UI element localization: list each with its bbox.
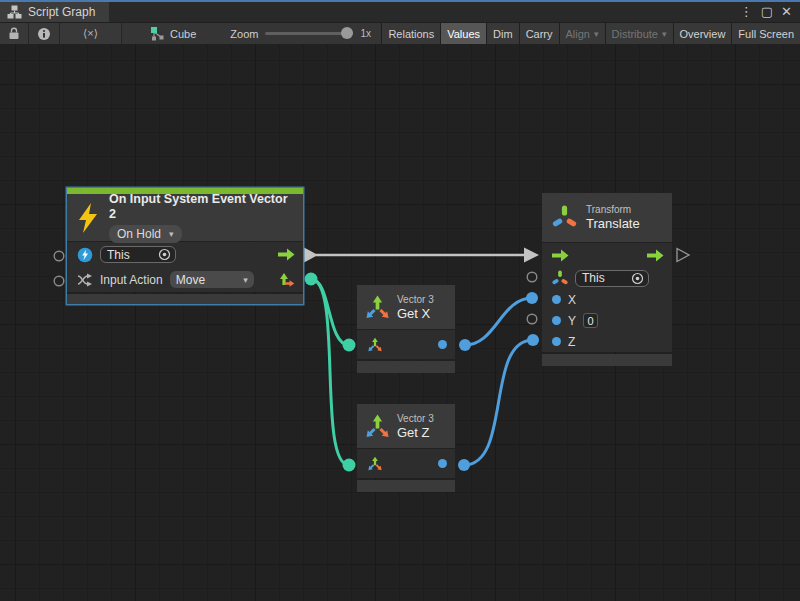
node-get-x[interactable]: Vector 3 Get X	[357, 285, 455, 373]
node-on-input-system-event[interactable]: On Input System Event Vector 2 On Hold ▾	[67, 188, 303, 304]
wire-vector2-to-get-z[interactable]	[311, 279, 349, 465]
input-action-icon	[77, 273, 93, 287]
get-z-output-port[interactable]	[438, 459, 447, 468]
y-value-field[interactable]: 0	[583, 313, 598, 328]
relations-button[interactable]: Relations	[381, 23, 440, 44]
zoom-control: Zoom 1x	[204, 23, 371, 44]
zoom-slider[interactable]	[265, 32, 353, 35]
zoom-slider-handle[interactable]	[341, 27, 353, 39]
graph-canvas[interactable]: On Input System Event Vector 2 On Hold ▾	[0, 44, 800, 601]
overview-button[interactable]: Overview	[673, 23, 732, 44]
chevron-down-icon: ▾	[169, 229, 174, 239]
get-z-body	[357, 449, 455, 478]
flow-arrow-out-icon[interactable]	[647, 249, 664, 262]
get-x-input-port[interactable]	[343, 339, 356, 352]
translate-this-field[interactable]: This	[575, 270, 649, 287]
vector2-icon	[279, 272, 295, 288]
wire-get-z-to-translate-z[interactable]	[464, 340, 533, 465]
translate-x-input-port[interactable]	[526, 292, 538, 304]
translate-footer	[542, 354, 672, 366]
hierarchy-icon	[7, 5, 22, 19]
inspect-button[interactable]	[29, 23, 60, 44]
chevron-down-icon: ▾	[243, 275, 248, 285]
event-node-body: This	[67, 242, 303, 292]
zoom-value: 1x	[360, 28, 371, 39]
get-x-output-wire-cap[interactable]	[459, 339, 471, 351]
input-action-dropdown[interactable]: Move ▾	[170, 271, 254, 288]
flow-arrow-in-icon[interactable]	[552, 249, 569, 262]
translate-header[interactable]: Transform Translate	[542, 193, 672, 242]
full-screen-button[interactable]: Full Screen	[731, 23, 800, 44]
translate-body: This X Y 0	[542, 243, 672, 352]
get-x-output-port[interactable]	[438, 340, 447, 349]
tab-bar: Script Graph ⋮ ▢ ✕	[0, 0, 800, 22]
chevron-down-icon: ▾	[594, 29, 599, 39]
transform-mini-icon	[552, 270, 568, 287]
translate-y-row: Y 0	[542, 310, 672, 331]
wire-get-x-to-translate-x[interactable]	[465, 298, 532, 345]
vector3-mini-icon	[367, 337, 383, 353]
get-x-title: Get X	[397, 306, 434, 322]
event-this-field[interactable]: This	[100, 246, 176, 263]
wire-vector2-to-get-x[interactable]	[311, 279, 349, 345]
code-preview-button[interactable]: ⟨×⟩	[60, 23, 122, 44]
node-translate[interactable]: Transform Translate	[542, 193, 672, 366]
event-vector2-output-port[interactable]	[305, 273, 318, 286]
y-label: Y	[568, 314, 576, 328]
translate-trigger-output-port[interactable]	[677, 249, 689, 262]
code-icon: ⟨×⟩	[83, 27, 98, 40]
chevron-down-icon: ▾	[662, 29, 667, 39]
translate-this-row: This	[542, 267, 672, 289]
lock-button[interactable]	[0, 23, 29, 44]
translate-this-input-port[interactable]	[527, 272, 537, 282]
get-z-output-wire-cap[interactable]	[458, 459, 470, 471]
graph-target[interactable]: Cube	[122, 23, 204, 44]
get-z-title: Get Z	[397, 425, 434, 441]
zoom-label: Zoom	[230, 28, 258, 40]
flow-arrow-icon[interactable]	[278, 248, 295, 261]
event-this-input-port[interactable]	[54, 251, 64, 261]
event-node-header[interactable]: On Input System Event Vector 2 On Hold ▾	[67, 194, 303, 241]
lock-icon	[8, 27, 20, 40]
node-get-z[interactable]: Vector 3 Get Z	[357, 404, 455, 492]
get-z-footer	[357, 480, 455, 492]
window-close-icon[interactable]: ✕	[781, 3, 792, 21]
graph-toolbar: ⟨×⟩ Cube Zoom 1x Relations Values D	[0, 22, 800, 44]
object-picker-icon[interactable]	[158, 248, 171, 261]
event-this-row: This	[67, 242, 303, 267]
transform-icon	[551, 204, 578, 232]
translate-category: Transform	[586, 203, 640, 216]
tab-title: Script Graph	[28, 5, 95, 19]
event-input-action-row: Input Action Move ▾	[67, 267, 303, 292]
x-label: X	[568, 293, 576, 307]
z-port-dot[interactable]	[552, 337, 561, 346]
x-port-dot[interactable]	[552, 295, 561, 304]
tab-script-graph[interactable]: Script Graph	[0, 2, 109, 22]
flow-machine-icon	[77, 247, 93, 263]
event-input-action-port[interactable]	[54, 276, 64, 286]
unity-script-graph-window: Script Graph ⋮ ▢ ✕	[0, 0, 800, 601]
event-node-title: On Input System Event Vector 2	[109, 192, 295, 222]
event-node-footer	[67, 294, 303, 304]
get-z-header[interactable]: Vector 3 Get Z	[357, 404, 455, 448]
window-maximize-icon[interactable]: ▢	[761, 3, 773, 21]
y-port-dot[interactable]	[552, 316, 561, 325]
window-controls: ⋮ ▢ ✕	[740, 3, 800, 21]
get-z-input-port[interactable]	[343, 459, 356, 472]
values-button[interactable]: Values	[440, 23, 486, 44]
translate-y-input-port[interactable]	[527, 314, 537, 324]
dim-button[interactable]: Dim	[486, 23, 519, 44]
vector3-icon	[364, 294, 391, 321]
translate-flow-row	[542, 243, 672, 267]
event-mode-dropdown[interactable]: On Hold ▾	[109, 225, 182, 243]
toolbar-toggle-buttons: Relations Values Dim Carry Align ▾ Distr…	[381, 23, 800, 44]
distribute-button[interactable]: Distribute ▾	[605, 23, 673, 44]
info-icon	[37, 27, 51, 41]
window-menu-icon[interactable]: ⋮	[740, 3, 753, 21]
z-label: Z	[568, 335, 575, 349]
carry-button[interactable]: Carry	[519, 23, 559, 44]
align-button[interactable]: Align ▾	[559, 23, 605, 44]
object-picker-icon[interactable]	[631, 272, 644, 285]
translate-z-input-port[interactable]	[527, 334, 539, 346]
get-x-header[interactable]: Vector 3 Get X	[357, 285, 455, 329]
